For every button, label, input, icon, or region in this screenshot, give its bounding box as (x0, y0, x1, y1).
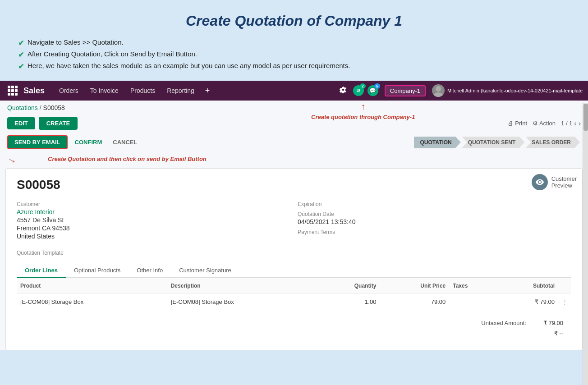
untaxed-value: ₹ 79.00 (531, 318, 567, 328)
tab-order-lines[interactable]: Order Lines (17, 263, 66, 278)
col-taxes: Taxes (449, 278, 496, 294)
nav-brand[interactable]: Sales (23, 86, 45, 96)
quotation-date-field: Quotation Date 04/05/2021 13:53:40 (298, 211, 571, 225)
page-nav: 1 / 1 ‹ › (561, 119, 581, 128)
nav-add-icon[interactable]: + (201, 84, 215, 97)
company-button[interactable]: Company-1 (385, 85, 426, 96)
instructions-list: ✔ Navigate to Sales >> Quotation. ✔ Afte… (0, 37, 588, 81)
product-cell[interactable]: [E-COM08] Storage Box (17, 294, 167, 310)
check-icon-1: ✔ (18, 39, 24, 47)
status-steps: QUOTATION QUOTATION SENT SALES ORDER (414, 137, 581, 148)
col-subtotal: Subtotal (496, 278, 558, 294)
quotation-template-row: Quotation Template (17, 249, 571, 256)
order-table: Product Description Quantity Unit Price … (17, 278, 571, 310)
quotation-number: S00058 (17, 178, 571, 192)
form-annotation: Create Quotation and then click on send … (48, 156, 207, 162)
subtotal-cell: ₹ 79.00 (496, 294, 558, 310)
instruction-2: ✔ After Creating Quotation, Click on Sen… (18, 50, 570, 59)
customer-field: Customer Azure Interior 4557 De Silva St… (17, 201, 290, 240)
step-quotation-sent: QUOTATION SENT (462, 137, 525, 148)
confirm-button[interactable]: CONFIRM (71, 136, 106, 148)
status-bar: SEND BY EMAIL CONFIRM CANCEL QUOTATION Q… (0, 133, 588, 153)
total-label (478, 329, 530, 338)
tab-customer-signature[interactable]: Customer Signature (171, 263, 239, 278)
col-actions (558, 278, 571, 294)
user-menu[interactable]: Mitchell Admin (kanakinfo-odoo-dev-14-02… (432, 84, 583, 97)
step-quotation: QUOTATION (414, 137, 461, 148)
scrollbar[interactable] (583, 103, 588, 385)
instruction-3: ✔ Here, we have taken the sales module a… (18, 62, 570, 71)
quantity-cell[interactable]: 1.00 (317, 294, 380, 310)
customer-preview-button[interactable]: Customer Preview (532, 174, 577, 190)
breadcrumb-current: S00058 (43, 104, 65, 111)
unit-price-cell[interactable]: 79.00 (380, 294, 449, 310)
page-title: Create Quotation of Company 1 (9, 13, 579, 29)
action-button[interactable]: ⚙ Action (533, 120, 556, 127)
step-sales-order: SALES ORDER (525, 137, 580, 148)
tab-other-info[interactable]: Other Info (129, 263, 171, 278)
action-bar: EDIT CREATE 🖨 Print ⚙ Action 1 / 1 ‹ › (0, 115, 588, 133)
breadcrumb-parent[interactable]: Quotations (7, 104, 38, 111)
taxes-cell[interactable] (449, 294, 496, 310)
svg-point-0 (436, 86, 441, 92)
nav-reporting[interactable]: Reporting (161, 85, 200, 96)
customer-address1: 4557 De Silva St (17, 216, 290, 224)
create-button[interactable]: CREATE (39, 117, 78, 130)
table-row: [E-COM08] Storage Box [E-COM08] Storage … (17, 294, 571, 310)
edit-button[interactable]: EDIT (7, 117, 35, 129)
user-avatar (432, 84, 445, 97)
next-page-arrow[interactable]: › (579, 119, 581, 128)
customer-name[interactable]: Azure Interior (17, 208, 290, 215)
tabs-bar: Order Lines Optional Products Other Info… (17, 263, 571, 278)
navbar: Sales Orders To Invoice Products Reporti… (0, 81, 588, 101)
expiration-field: Expiration (298, 201, 571, 207)
check-icon-2: ✔ (18, 50, 24, 59)
cancel-button[interactable]: CANCEL (109, 136, 141, 148)
send-by-email-button[interactable]: SEND BY EMAIL (7, 135, 68, 149)
nav-menu: Orders To Invoice Products Reporting + (54, 84, 214, 97)
tab-optional-products[interactable]: Optional Products (66, 263, 129, 278)
prev-page-arrow[interactable]: ‹ (574, 119, 576, 128)
col-unit-price: Unit Price (380, 278, 449, 294)
instruction-1: ✔ Navigate to Sales >> Quotation. (18, 38, 570, 47)
chat-icon[interactable]: 💬5 (368, 85, 378, 96)
col-quantity: Quantity (317, 278, 380, 294)
nav-products[interactable]: Products (125, 85, 161, 96)
nav-icons: ↺2 💬5 Company-1 Mitchell Admin (kanakinf… (337, 84, 583, 97)
customer-address2: Fremont CA 94538 (17, 225, 290, 232)
nav-to-invoice[interactable]: To Invoice (85, 85, 124, 96)
col-product: Product (17, 278, 167, 294)
nav-orders[interactable]: Orders (54, 85, 84, 96)
check-icon-3: ✔ (18, 62, 24, 71)
print-button[interactable]: 🖨 Print (508, 120, 527, 127)
breadcrumb: Quotations / S00058 (0, 101, 588, 115)
row-dots-menu[interactable]: ⋮ (558, 294, 571, 310)
payment-terms-field: Payment Terms (298, 229, 571, 235)
settings-icon[interactable] (337, 84, 349, 97)
breadcrumb-separator: / (40, 104, 41, 111)
preview-icon (532, 174, 548, 190)
customer-address3: United States (17, 233, 290, 240)
grid-menu-icon[interactable] (5, 83, 20, 98)
refresh-icon[interactable]: ↺2 (353, 85, 364, 96)
svg-point-1 (434, 92, 443, 97)
description-cell: [E-COM08] Storage Box (167, 294, 318, 310)
totals-section: Untaxed Amount: ₹ 79.00 ₹ -- (17, 310, 571, 341)
action-right: 🖨 Print ⚙ Action 1 / 1 ‹ › (508, 119, 581, 128)
col-description: Description (167, 278, 318, 294)
untaxed-label: Untaxed Amount: (478, 318, 530, 328)
company-annotation: Create quotation through Company-1 (311, 114, 415, 120)
total-value: ₹ -- (531, 329, 567, 338)
